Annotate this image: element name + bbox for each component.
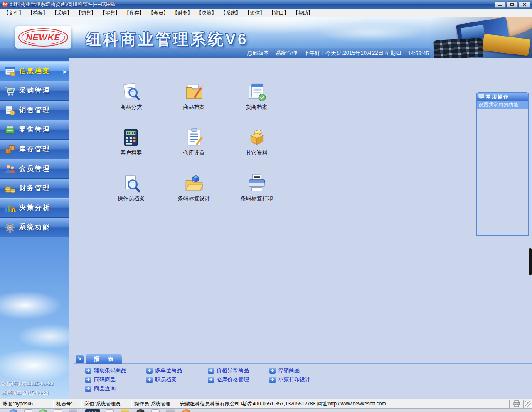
shortcut-label: 商品档案 — [183, 103, 205, 111]
taskbar: FTP — [0, 408, 532, 412]
selected-arrow-icon: ▶ — [64, 69, 67, 74]
cart-icon — [4, 85, 16, 97]
shortcut-operator-archive[interactable]: 操作员档案 — [100, 173, 163, 218]
report-link-discontinued-goods[interactable]: 停销商品 — [269, 367, 310, 374]
shortcut-barcode-label-design[interactable]: 条码标签设计 — [163, 173, 225, 218]
coins-icon — [4, 182, 16, 195]
menu-system[interactable]: 【系统】 — [219, 10, 243, 17]
report-link-label: 同码商品 — [94, 376, 116, 383]
menu-sales[interactable]: 【销售】 — [74, 10, 98, 17]
menu-purchase[interactable]: 【采购】 — [50, 10, 74, 17]
quick-panel-header: 常用操作 — [477, 93, 528, 101]
report-link-price-abnormal-goods[interactable]: 价格异常商品 — [208, 367, 269, 374]
menu-finance[interactable]: 【财务】 — [170, 10, 195, 17]
arrow-icon — [85, 368, 91, 374]
report-link-multi-unit-goods[interactable]: 多单位商品 — [146, 367, 208, 374]
taskbar-app-icon[interactable] — [54, 409, 62, 412]
goods-category-icon — [121, 81, 142, 102]
menu-decision[interactable]: 【决策】 — [195, 10, 219, 17]
taskbar-app-icon[interactable] — [106, 409, 114, 412]
menu-file[interactable]: 【文件】 — [2, 10, 26, 17]
sidebar-item-decision[interactable]: 决策分析 — [0, 198, 69, 218]
taskbar-app-icon[interactable] — [151, 409, 160, 412]
register-icon — [4, 124, 16, 136]
sidebar-item-system[interactable]: 系统功能 — [0, 218, 69, 237]
setup-favorites-link[interactable]: 设置我常用的功能 — [477, 101, 528, 109]
status-role: 岗位:系统管理员 — [81, 400, 131, 408]
taskbar-ftp-icon[interactable]: FTP — [85, 409, 100, 412]
clock-label: 14:59:45 — [408, 50, 429, 56]
taskbar-globe-icon[interactable] — [9, 409, 17, 412]
gear-icon — [4, 221, 16, 234]
gold-card-image — [482, 34, 530, 56]
report-link-goods-query[interactable]: 商品查询 — [85, 385, 146, 392]
barcode-design-icon — [184, 173, 204, 194]
shortcut-customer-archive[interactable]: 客户档案 — [100, 127, 163, 173]
shortcut-label: 条码标签打印 — [241, 195, 273, 202]
workspace: 商品分类 商品档案 货商档案 客户档案 — [69, 58, 532, 399]
minimize-button[interactable] — [495, 1, 506, 8]
menu-sms[interactable]: 【短信】 — [243, 10, 267, 17]
reports-section-bar: 报 表 — [74, 354, 532, 364]
report-link-same-code-goods[interactable]: 同码商品 — [85, 376, 146, 383]
taskbar-app-icon[interactable] — [166, 409, 175, 412]
report-links: 辅助条码商品 同码商品 商品查询 多单位商品 职员档案 — [85, 367, 310, 395]
shortcut-warehouse-setup[interactable]: 仓库设置 — [163, 127, 225, 173]
taskbar-browser-icon[interactable] — [182, 409, 190, 412]
archive-book-icon — [4, 65, 16, 78]
report-links-column: 辅助条码商品 同码商品 商品查询 — [85, 367, 146, 395]
taskbar-folder-icon[interactable] — [121, 409, 129, 412]
status-company: 安徽纽科信息科技有限公司 电话:400-0551-357,13205512788… — [177, 400, 510, 408]
reports-tab[interactable]: 报 表 — [86, 354, 122, 364]
taskbar-app-icon[interactable] — [24, 409, 32, 412]
sidebar-item-finance[interactable]: 财务管理 — [0, 179, 69, 198]
shortcut-barcode-label-print[interactable]: 条码标签打印 — [225, 173, 288, 218]
shortcut-goods-category[interactable]: 商品分类 — [100, 81, 163, 127]
shortcut-label: 商品分类 — [121, 103, 142, 111]
window-controls — [495, 1, 530, 8]
menu-window[interactable]: 【窗口】 — [267, 10, 291, 17]
printer-icon[interactable] — [510, 400, 524, 408]
sidebar-item-inventory[interactable]: 库存管理 — [0, 140, 69, 159]
report-link-label: 仓库价格管理 — [217, 376, 249, 383]
report-link-receipt-print-design[interactable]: 小票打印设计 — [269, 376, 310, 383]
collapse-arrow-icon[interactable] — [76, 355, 84, 363]
sidebar-item-label: 会员管理 — [19, 164, 51, 173]
barcode-print-icon — [246, 173, 267, 194]
calculator-image — [433, 38, 483, 58]
banner-photo — [430, 17, 532, 58]
taskbar-app-icon[interactable] — [69, 409, 77, 412]
menu-help[interactable]: 【帮助】 — [291, 10, 315, 17]
taskbar-media-icon[interactable] — [136, 409, 145, 412]
operator-archive-icon — [121, 173, 142, 194]
maximize-button[interactable] — [507, 1, 518, 8]
shortcut-goods-archive[interactable]: 商品档案 — [163, 81, 225, 127]
report-link-warehouse-price-mgmt[interactable]: 仓库价格管理 — [208, 376, 269, 383]
banner: NEWKE 纽科商业管理系统V6 总部版本 系统管理 下午好！今天是:2015年… — [0, 17, 532, 58]
report-link-staff-archive[interactable]: 职员档案 — [146, 376, 208, 383]
menu-inventory[interactable]: 【库存】 — [122, 10, 146, 17]
shortcut-supplier-archive[interactable]: 货商档案 — [225, 81, 288, 127]
menu-archive[interactable]: 【档案】 — [26, 10, 50, 17]
close-button[interactable] — [519, 1, 530, 8]
sidebar-item-info-archive[interactable]: 信息档案 ▶ — [0, 61, 69, 81]
menu-retail[interactable]: 【零售】 — [98, 10, 122, 17]
report-link-aux-barcode-goods[interactable]: 辅助条码商品 — [85, 367, 146, 374]
receipt-coin-icon — [4, 104, 16, 117]
scrollbar-thumb[interactable] — [529, 248, 532, 275]
report-links-column: 停销商品 小票打印设计 — [269, 367, 310, 395]
boxes-icon — [4, 143, 16, 156]
taskbar-chat-icon[interactable] — [39, 409, 47, 412]
sidebar-item-member[interactable]: 会员管理 — [0, 159, 69, 179]
app-icon — [2, 1, 8, 7]
sidebar-item-purchase[interactable]: 采购管理 — [0, 81, 69, 101]
report-link-label: 停销商品 — [278, 367, 300, 374]
report-links-column: 多单位商品 职员档案 — [146, 367, 208, 395]
sidebar-item-sales[interactable]: 销售管理 — [0, 101, 69, 120]
shortcut-other-data[interactable]: 其它资料 — [225, 127, 288, 173]
sidebar-item-retail[interactable]: 零售管理 — [0, 120, 69, 140]
menu-member[interactable]: 【会员】 — [146, 10, 170, 17]
shortcut-label: 仓库设置 — [183, 149, 205, 157]
resize-grip[interactable] — [525, 401, 531, 407]
shortcut-label: 客户档案 — [121, 149, 142, 157]
